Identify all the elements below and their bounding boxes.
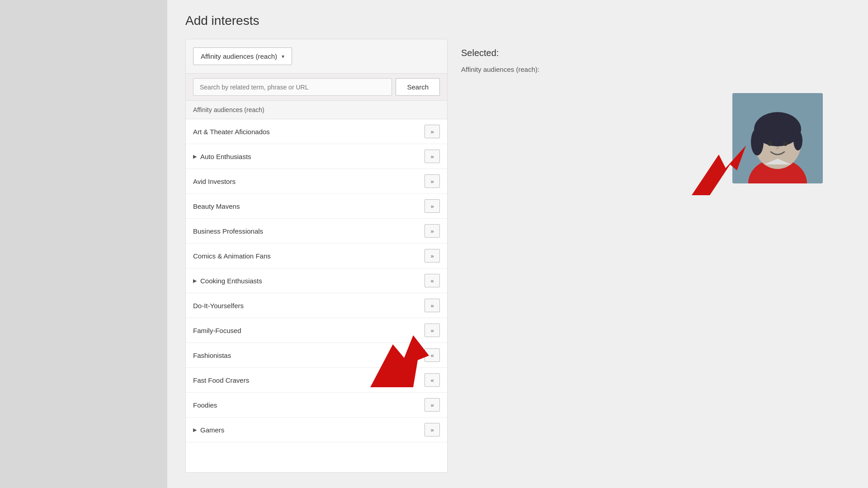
left-sidebar <box>0 0 167 488</box>
item-text: Gamers <box>200 426 224 434</box>
dropdown-label: Affinity audiences (reach) <box>201 52 277 60</box>
audience-type-dropdown[interactable]: Affinity audiences (reach) ▾ <box>193 47 292 65</box>
search-button[interactable]: Search <box>396 78 440 96</box>
main-content: Add interests Affinity audiences (reach)… <box>167 0 868 488</box>
add-button[interactable]: » <box>425 423 440 436</box>
item-label: Do-It-Yourselfers <box>193 302 244 310</box>
svg-point-9 <box>783 141 788 146</box>
item-text: Fashionistas <box>193 352 231 359</box>
item-text: Fast Food Cravers <box>193 376 249 384</box>
item-label: ▶ Cooking Enthusiasts <box>193 277 262 285</box>
item-label: Family-Focused <box>193 327 241 334</box>
list-item: Business Professionals » <box>186 219 447 244</box>
add-button[interactable]: » <box>425 324 440 337</box>
interests-list: Art & Theater Aficionados » ▶ Auto Enthu… <box>186 119 447 472</box>
item-text: Do-It-Yourselfers <box>193 302 244 310</box>
item-text: Auto Enthusiasts <box>200 153 251 160</box>
chevron-down-icon: ▾ <box>282 53 284 60</box>
item-text: Business Professionals <box>193 227 263 235</box>
list-item: Do-It-Yourselfers » <box>186 293 447 318</box>
content-area: Affinity audiences (reach) ▾ Search Affi… <box>185 39 850 473</box>
add-button[interactable]: » <box>425 199 440 213</box>
selected-subtitle: Affinity audiences (reach): <box>461 66 836 73</box>
item-label: Business Professionals <box>193 227 263 235</box>
list-item: Comics & Animation Fans » <box>186 244 447 268</box>
page-title: Add interests <box>185 14 850 28</box>
list-item: ▶ Gamers » <box>186 418 447 442</box>
remove-button[interactable]: « <box>425 348 440 362</box>
search-input[interactable] <box>193 78 392 96</box>
list-item: ▶ Auto Enthusiasts » <box>186 144 447 169</box>
avatar-container <box>732 93 823 183</box>
interests-panel: Affinity audiences (reach) ▾ Search Affi… <box>185 39 448 473</box>
item-label: Fashionistas <box>193 352 231 359</box>
item-text: Foodies <box>193 401 217 409</box>
add-button[interactable]: » <box>425 398 440 412</box>
search-row: Search <box>186 74 447 101</box>
item-label: Fast Food Cravers <box>193 376 249 384</box>
item-label: Comics & Animation Fans <box>193 252 271 260</box>
selected-title: Selected: <box>461 48 836 58</box>
list-item: Family-Focused » <box>186 318 447 343</box>
add-button[interactable]: » <box>425 299 440 312</box>
item-label: ▶ Auto Enthusiasts <box>193 153 251 160</box>
item-text: Art & Theater Aficionados <box>193 128 270 136</box>
item-label: Beauty Mavens <box>193 202 240 210</box>
list-item: Fast Food Cravers « <box>186 368 447 393</box>
add-button[interactable]: » <box>425 174 440 188</box>
add-button[interactable]: » <box>425 150 440 163</box>
item-label: Foodies <box>193 401 217 409</box>
list-item: Beauty Mavens » <box>186 194 447 219</box>
expand-icon[interactable]: ▶ <box>193 427 197 433</box>
expand-icon[interactable]: ▶ <box>193 278 197 284</box>
list-item: Fashionistas « <box>186 343 447 368</box>
selected-panel: Selected: Affinity audiences (reach): <box>448 39 850 473</box>
item-label: Avid Investors <box>193 178 236 185</box>
add-button[interactable]: » <box>425 249 440 263</box>
item-text: Beauty Mavens <box>193 202 240 210</box>
item-text: Cooking Enthusiasts <box>200 277 262 285</box>
list-item: Foodies » <box>186 393 447 418</box>
item-text: Family-Focused <box>193 327 241 334</box>
list-item: Avid Investors » <box>186 169 447 194</box>
item-text: Avid Investors <box>193 178 236 185</box>
expand-icon[interactable]: ▶ <box>193 154 197 160</box>
category-header: Affinity audiences (reach) <box>186 101 447 119</box>
item-label: ▶ Gamers <box>193 426 224 434</box>
remove-button[interactable]: « <box>425 373 440 387</box>
avatar-svg <box>732 93 823 183</box>
svg-point-10 <box>776 147 779 150</box>
list-item: Art & Theater Aficionados » <box>186 119 447 144</box>
svg-point-8 <box>768 141 772 146</box>
add-button[interactable]: » <box>425 125 440 138</box>
remove-button[interactable]: « <box>425 274 440 287</box>
add-button[interactable]: » <box>425 224 440 238</box>
list-item: ▶ Cooking Enthusiasts « <box>186 268 447 293</box>
item-label: Art & Theater Aficionados <box>193 128 270 136</box>
avatar <box>732 93 823 183</box>
svg-point-6 <box>751 128 764 155</box>
svg-point-7 <box>793 131 802 150</box>
item-text: Comics & Animation Fans <box>193 252 271 260</box>
dropdown-row: Affinity audiences (reach) ▾ <box>186 39 447 74</box>
